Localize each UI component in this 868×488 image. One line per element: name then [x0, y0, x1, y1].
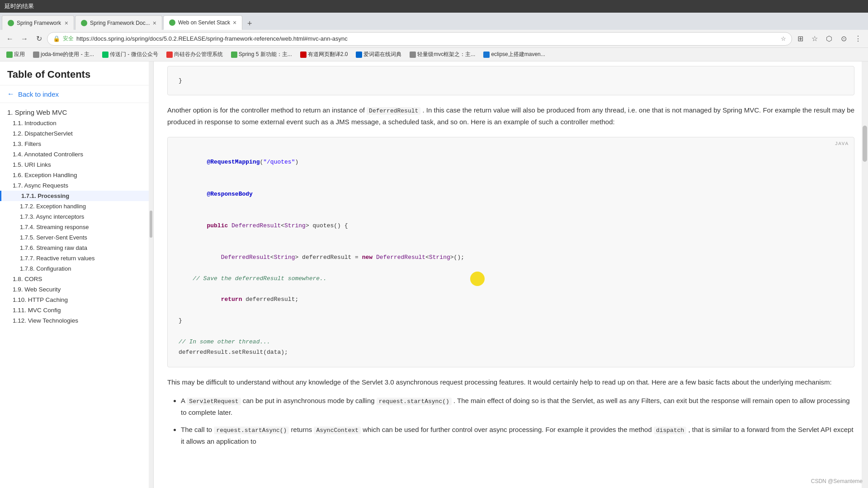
tab-favicon-3	[169, 19, 175, 26]
deferred-result-inline: DeferredResult	[367, 107, 420, 115]
code-top-line: }	[179, 75, 843, 86]
bookmark-shanggu[interactable]: 尚硅谷办公管理系统	[164, 50, 226, 59]
code-line-7: }	[179, 315, 843, 326]
close-tab-3[interactable]: ×	[233, 19, 236, 26]
sidebar-scrollbar-thumb[interactable]	[150, 211, 152, 238]
toc-item-http-caching[interactable]: 1.10. HTTP Caching	[0, 295, 153, 305]
title-bar-text: 延时的结果	[5, 2, 34, 10]
code-block-main: JAVA @RequestMapping("/quotes") @Respons…	[167, 137, 854, 367]
back-button[interactable]: ←	[4, 33, 16, 45]
toc-item-mvc-config[interactable]: 1.11. MVC Config	[0, 305, 153, 315]
toc-item-spring-web-mvc[interactable]: 1. Spring Web MVC	[0, 107, 153, 118]
toc-item-filters[interactable]: 1.3. Filters	[0, 139, 153, 149]
code-line-1: @RequestMapping("/quotes")	[179, 146, 843, 178]
star-icon[interactable]: ☆	[808, 33, 821, 45]
translate-icon[interactable]: ⊞	[794, 33, 807, 45]
code-line-3: public DeferredResult<String> quotes() {	[179, 210, 843, 241]
toc-items: 1. Spring Web MVC 1.1. Introduction 1.2.…	[0, 103, 153, 329]
code-line-2: @ResponseBody	[179, 178, 843, 210]
toc-item-server-sent-events[interactable]: 1.7.5. Server-Sent Events	[0, 232, 153, 243]
toc-item-async-interceptors[interactable]: 1.7.3. Async interceptors	[0, 211, 153, 222]
bookmark-spring5[interactable]: Spring 5 新功能：主...	[228, 50, 295, 59]
bookmark-apps[interactable]: 应用	[4, 50, 28, 59]
bookmark-eclipse[interactable]: eclipse上搭建maven...	[481, 50, 547, 59]
bullet-1-text-middle: can be put in asynchronous mode by calli…	[243, 397, 377, 404]
new-tab-button[interactable]: +	[243, 17, 256, 30]
toc-item-introduction[interactable]: 1.1. Introduction	[0, 118, 153, 128]
tab-favicon-1	[8, 20, 14, 26]
forward-button[interactable]: →	[18, 33, 31, 45]
bullet-2-code1: request.startAsync()	[214, 427, 289, 434]
back-to-index-link[interactable]: ← Back to index	[0, 85, 153, 103]
secure-label: 安全	[63, 35, 74, 42]
extensions-icon[interactable]: ⬡	[823, 33, 835, 45]
tab-bar: Spring Framework × Spring Framework Doc.…	[0, 13, 868, 30]
reload-button[interactable]: ↻	[33, 33, 45, 45]
bookmark-label-wechat: 传送门 - 微信公众号	[110, 51, 158, 58]
toc-item-async-requests[interactable]: 1.7. Async Requests	[0, 180, 153, 191]
bookmark-label-eclipse: eclipse上搭建maven...	[491, 51, 545, 58]
toc-item-processing[interactable]: 1.7.1. Processing	[0, 191, 153, 201]
bookmark-star-icon[interactable]: ☆	[781, 35, 786, 42]
bookmark-youdao[interactable]: 有道网页翻译2.0	[297, 50, 351, 59]
address-bar[interactable]: 🔒 安全 https://docs.spring.io/spring/docs/…	[47, 32, 792, 46]
bookmark-favicon-youdao	[300, 52, 307, 58]
menu-icon[interactable]: ⋮	[852, 33, 864, 45]
toc-item-view-technologies[interactable]: 1.12. View Technologies	[0, 315, 153, 326]
bullet-2-text-after: which can be used for further control ov…	[363, 426, 654, 433]
bookmark-wechat[interactable]: 传送门 - 微信公众号	[99, 50, 161, 59]
bookmark-label-mvc: 轻量级mvc框架之：主...	[417, 51, 475, 58]
bullet-2-code2: AsyncContext	[314, 427, 361, 434]
bookmark-label-youdao: 有道网页翻译2.0	[308, 51, 348, 58]
close-tab-2[interactable]: ×	[153, 19, 156, 27]
bullet-2: The call to request.startAsync() returns…	[181, 424, 854, 447]
back-to-index-label: Back to index	[18, 90, 59, 98]
code-line-4: DeferredResult<String> deferredResult = …	[179, 242, 843, 273]
toc-item-uri-links[interactable]: 1.5. URI Links	[0, 160, 153, 170]
toc-item-streaming-raw-data[interactable]: 1.7.6. Streaming raw data	[0, 243, 153, 253]
bookmark-favicon-shanggu	[166, 52, 173, 58]
sidebar: Table of Contents ← Back to index 1. Spr…	[0, 61, 154, 488]
title-bar: 延时的结果	[0, 0, 868, 13]
bookmark-favicon-mvc	[410, 52, 416, 58]
bookmark-favicon-iciba	[356, 52, 362, 58]
bookmark-favicon-joda	[33, 52, 39, 58]
url-text: https://docs.spring.io/spring/docs/5.0.2…	[76, 35, 778, 42]
bullet-1-code1: ServletRequest	[187, 398, 241, 405]
tab-title-1: Spring Framework	[17, 20, 62, 26]
tab-spring-framework[interactable]: Spring Framework ×	[2, 15, 74, 30]
content-scrollbar-thumb[interactable]	[863, 126, 867, 162]
bookmark-joda[interactable]: joda-time的使用 - 主...	[30, 50, 97, 59]
tab-web-servlet[interactable]: Web on Servlet Stack ×	[163, 15, 242, 30]
main-area: Table of Contents ← Back to index 1. Spr…	[0, 61, 868, 488]
code-lang-label: JAVA	[835, 141, 849, 146]
watermark: CSDN @Semanteme	[811, 478, 863, 484]
toc-item-annotated-controllers[interactable]: 1.4. Annotated Controllers	[0, 149, 153, 160]
prose-paragraph-2: This may be difficult to understand with…	[167, 376, 854, 388]
bookmark-label-joda: joda-time的使用 - 主...	[41, 51, 94, 58]
content-scrollbar-track[interactable]	[862, 61, 868, 488]
close-tab-1[interactable]: ×	[65, 19, 68, 27]
toc-item-streaming-response[interactable]: 1.7.4. Streaming response	[0, 222, 153, 232]
bookmark-mvc[interactable]: 轻量级mvc框架之：主...	[407, 50, 478, 59]
content-area: } Another option is for the controller m…	[154, 61, 868, 488]
tab-spring-doc[interactable]: Spring Framework Doc... ×	[75, 15, 162, 30]
bullet-list: A ServletRequest can be put in asynchron…	[181, 395, 854, 447]
sidebar-scrollbar-track[interactable]	[149, 61, 153, 488]
bookmark-iciba[interactable]: 爱词霸在线词典	[353, 50, 404, 59]
bullet-2-text-before: The call to	[181, 426, 214, 433]
toc-item-exception-handling-sub[interactable]: 1.7.2. Exception handling	[0, 201, 153, 211]
toc-item-cors[interactable]: 1.8. CORS	[0, 274, 153, 284]
toc-item-configuration[interactable]: 1.7.8. Configuration	[0, 263, 153, 274]
bullet-1-text-before: A	[181, 397, 187, 404]
bookmark-label-iciba: 爱词霸在线词典	[363, 51, 401, 58]
toc-item-web-security[interactable]: 1.9. Web Security	[0, 284, 153, 295]
prose-text-1a: Another option is for the controller met…	[167, 106, 365, 114]
toc-item-exception-handling[interactable]: 1.6. Exception Handling	[0, 170, 153, 180]
toc-item-dispatcherservlet[interactable]: 1.2. DispatcherServlet	[0, 128, 153, 139]
code-line-blank	[179, 326, 843, 337]
user-icon[interactable]: ⊙	[837, 33, 850, 45]
toc-item-reactive-return-values[interactable]: 1.7.7. Reactive return values	[0, 253, 153, 263]
bullet-1: A ServletRequest can be put in asynchron…	[181, 395, 854, 418]
bullet-2-code3: dispatch	[654, 427, 686, 434]
